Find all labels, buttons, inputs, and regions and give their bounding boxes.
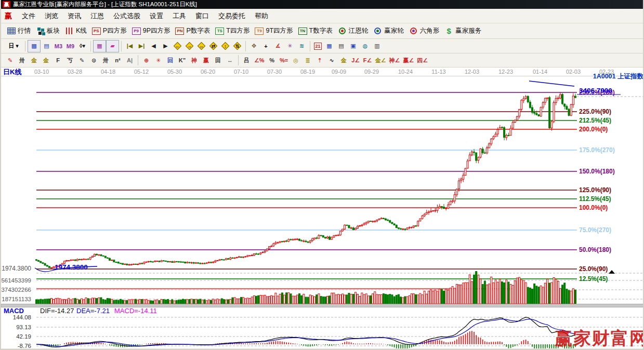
gold-line-icon[interactable]: 金 xyxy=(338,54,350,66)
candle-body xyxy=(193,263,194,263)
candle-style-dropdown[interactable]: ◊▾ xyxy=(76,40,88,52)
expand-vertical-icon[interactable]: ↕ xyxy=(219,40,231,52)
percent-line-icon[interactable]: %= xyxy=(278,54,290,66)
shift-left-icon[interactable]: ← xyxy=(172,40,183,52)
percent-icon[interactable]: % xyxy=(266,54,278,66)
gann-tools-icon[interactable]: ✳ xyxy=(284,40,296,52)
compress-horizontal-icon[interactable]: ⇄ xyxy=(207,40,219,52)
menu-item-5[interactable]: 公式选股 xyxy=(109,9,145,23)
winner-wheel-button[interactable]: 赢家轮 xyxy=(371,25,406,37)
menu-item-9[interactable]: 交易委托 xyxy=(214,9,250,23)
volume-bar xyxy=(53,299,55,304)
info-panel-icon[interactable]: ▤ xyxy=(41,40,52,52)
first-page-icon[interactable]: |◀ xyxy=(124,40,136,52)
winner-service-button[interactable]: $赢家服务 xyxy=(442,25,484,37)
pen2-icon[interactable]: ✎ xyxy=(76,54,88,66)
candle-body xyxy=(117,262,119,263)
menu-item-4[interactable]: 江恩 xyxy=(86,9,109,23)
shift-right-icon[interactable]: → xyxy=(183,40,195,52)
menu-item-7[interactable]: 工具 xyxy=(168,9,191,23)
day-period-dropdown[interactable]: 日 ▾ xyxy=(4,40,23,52)
menu-item-2[interactable]: 浏览 xyxy=(40,9,63,23)
p-number-button[interactable]: PNP数字表 xyxy=(173,25,213,37)
f-angle-icon[interactable]: F∠ xyxy=(362,54,374,66)
grid-square-icon[interactable]: 田 xyxy=(212,54,224,66)
print-icon[interactable]: ▥ xyxy=(371,40,383,52)
report-icon[interactable]: ▤ xyxy=(335,40,347,52)
menu-item-8[interactable]: 窗口 xyxy=(191,9,214,23)
ying-ruler-icon[interactable]: 赢 xyxy=(200,54,212,66)
volume-bar xyxy=(74,298,76,304)
wave-icon[interactable]: ∿ xyxy=(326,54,338,66)
spiral-ruler-icon[interactable]: 丂 xyxy=(64,54,76,66)
9t-square-button[interactable]: T99T四方形 xyxy=(252,25,295,37)
gold-ruler-icon[interactable]: 金 xyxy=(28,54,40,66)
square-target-icon[interactable]: 回 xyxy=(164,54,176,66)
circle-compass-icon[interactable]: ⊙ xyxy=(88,54,100,66)
menu-item-3[interactable]: 资讯 xyxy=(63,9,86,23)
prev-icon[interactable]: ◀ xyxy=(148,40,160,52)
j-angle-icon[interactable]: J∠ xyxy=(350,54,362,66)
volume-bar xyxy=(564,283,566,304)
k-mark-icon[interactable]: K” xyxy=(176,54,188,66)
square-target-icon: 回 xyxy=(166,56,175,65)
kline-button[interactable]: K线 xyxy=(62,25,89,37)
mirror-angle-icon[interactable]: A| xyxy=(124,54,136,66)
crosshair-icon[interactable]: + xyxy=(260,40,272,52)
gold-circle-icon[interactable]: ◎ xyxy=(290,54,302,66)
target-circle-icon[interactable]: ⊕ xyxy=(140,54,152,66)
shen-angle-icon[interactable]: 神∠ xyxy=(388,54,402,66)
chart-area[interactable]: 250.0%(180)225.0%(90)212.5%(45)200.0%(0)… xyxy=(1,68,644,350)
four-angle-icon[interactable]: 四∠ xyxy=(415,54,429,66)
percent-angle-icon[interactable]: ∠% xyxy=(253,54,266,66)
date-tick-label: 09-29 xyxy=(364,69,379,75)
width-arrow-icon[interactable]: ↔ xyxy=(224,54,236,66)
candle-body xyxy=(141,263,143,264)
t-square-button[interactable]: TST四方形 xyxy=(213,25,252,37)
volume-profile-icon[interactable]: ▰ xyxy=(106,40,119,52)
overlay-9-icon[interactable]: M9 xyxy=(64,40,76,52)
quotes-button[interactable]: 行情 xyxy=(4,25,33,37)
angle-measure-icon[interactable]: ∡ xyxy=(272,40,284,52)
draw-pen-icon[interactable]: ✎ xyxy=(4,54,16,66)
ruler2-icon[interactable]: 卅 xyxy=(100,54,112,66)
web-save-icon[interactable]: ◍ xyxy=(359,40,371,52)
gann-grid-icon[interactable]: ▦ xyxy=(93,40,106,52)
volume-bar xyxy=(40,299,42,304)
gann-wheel-button[interactable]: 江恩轮 xyxy=(335,25,371,37)
9p-square-button[interactable]: P99P四方形 xyxy=(129,25,173,37)
ying-angle-icon[interactable]: 赢∠ xyxy=(401,54,415,66)
menu-item-6[interactable]: 设置 xyxy=(145,9,168,23)
compress-vertical-icon[interactable]: ⇅ xyxy=(231,40,243,52)
star-circle-icon[interactable]: ✳ xyxy=(152,54,164,66)
p-square-button[interactable]: PSP四方形 xyxy=(89,25,129,37)
calendar-icon[interactable]: 21 xyxy=(312,40,323,52)
next-icon[interactable]: ▶ xyxy=(160,40,172,52)
overlay-3-icon[interactable]: M3 xyxy=(52,40,64,52)
t-number-button[interactable]: TNT数字表 xyxy=(296,25,335,37)
gold-angle-icon[interactable]: 金∠ xyxy=(374,54,388,66)
save-icon[interactable]: ▣ xyxy=(347,40,359,52)
menu-item-10[interactable]: 帮助 xyxy=(250,9,273,23)
indicator-window-icon[interactable]: ▩ xyxy=(28,40,41,52)
fib-ruler-icon[interactable]: F xyxy=(52,54,64,66)
chart-canvas[interactable]: 250.0%(180)225.0%(90)212.5%(45)200.0%(0)… xyxy=(1,68,644,350)
hand-tool-icon[interactable]: ✥ xyxy=(248,40,260,52)
volume-bar xyxy=(161,300,162,304)
menu-item-1[interactable]: 文件 xyxy=(17,9,40,23)
gold-lines-icon[interactable]: ≣ xyxy=(302,54,314,66)
expand-horizontal-icon[interactable]: ↔ xyxy=(195,40,207,52)
n2-ruler-icon[interactable]: n² xyxy=(112,54,124,66)
spray-icon[interactable]: ⇡ xyxy=(314,54,326,66)
volume-bar xyxy=(156,300,158,304)
hexagon-button[interactable]: 六角形 xyxy=(406,25,442,37)
gann-ruler-icon[interactable]: 卅 xyxy=(16,54,28,66)
shen-ruler-icon[interactable]: 神 xyxy=(188,54,200,66)
volume-bar xyxy=(525,282,527,304)
sectors-button[interactable]: 板块 xyxy=(33,25,62,37)
calculator-icon[interactable]: ▦ xyxy=(323,40,335,52)
last-page-icon[interactable]: ▶| xyxy=(136,40,148,52)
scale-chart-icon[interactable]: 吕 xyxy=(241,54,253,66)
gold-ruler2-icon[interactable]: 金 xyxy=(40,54,52,66)
mind-map-icon[interactable]: ≋ xyxy=(296,40,308,52)
